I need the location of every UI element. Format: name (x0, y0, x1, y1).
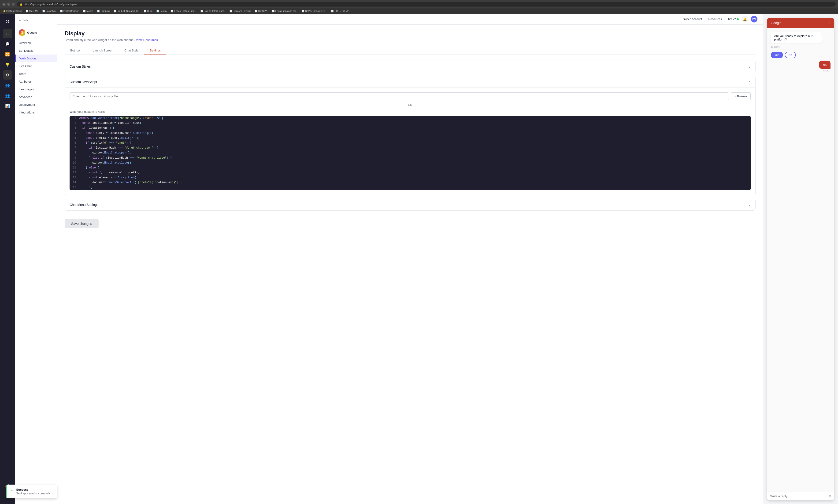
chat-menu-title: Chat Menu Settings (70, 203, 98, 206)
or-text: OR (408, 104, 412, 107)
custom-styles-section: Custom Styles ∨ (65, 60, 755, 72)
code-line-4: 4 const query = location.hash.substring(… (70, 131, 751, 136)
nav-bulb[interactable]: 💡 (3, 60, 12, 69)
bookmark-getting-started[interactable]: ⭐ Getting Started (2, 10, 23, 13)
sidebar-item-web-display[interactable]: Web Display (15, 55, 57, 62)
custom-styles-header[interactable]: Custom Styles ∨ (65, 61, 755, 72)
forward-button[interactable]: → (7, 3, 10, 6)
tab-settings[interactable]: Settings (144, 46, 166, 55)
page-body: Display Brand and style the web widget o… (57, 24, 763, 504)
custom-styles-title: Custom Styles (70, 65, 91, 68)
bookmark-portal[interactable]: 📄 Portal Revision (59, 10, 80, 13)
code-line-12: 12 const [, ...message] = prefix; (70, 170, 751, 175)
bot-timestamp: 12:23:21 (771, 46, 831, 49)
chat-menu-chevron: ∨ (748, 203, 751, 206)
tab-bot-icon[interactable]: Bot Icon (65, 46, 87, 55)
code-line-5: 5 const prefix = query.split("-"); (70, 136, 751, 141)
refresh-button[interactable]: ↻ (12, 3, 15, 6)
code-line-11: 11 } else { (70, 165, 751, 170)
switch-account-link[interactable]: Switch Account (683, 18, 702, 21)
browser-bar: ← → ↻ 🔒 https://app.engati.com/admin/con… (0, 0, 838, 8)
code-line-13: 13 const elements = Array.from( (70, 175, 751, 180)
code-line-9: 9 } else if (locationHash === "#engt-cha… (70, 156, 751, 161)
bookmark-engati-testing[interactable]: 📄 Engati Testing Cred... (170, 10, 198, 13)
nav-settings[interactable]: ⚙ (3, 70, 12, 79)
sidebar-item-languages[interactable]: Languages (15, 85, 57, 93)
view-resources-link[interactable]: View Resources (136, 38, 158, 42)
sidebar-item-deployment[interactable]: Deployment (15, 101, 57, 109)
bot-badge[interactable]: bot v2 (728, 18, 739, 21)
widget-title: Google (771, 21, 781, 25)
code-line-3: 3 if (locationHash) { (70, 126, 751, 130)
code-line-2: 2 const locationHash = location.hash; (70, 121, 751, 126)
chat-menu-section: Chat Menu Settings ∨ (65, 199, 755, 211)
reply-input[interactable] (770, 494, 829, 498)
save-changes-button[interactable]: Save changes (65, 219, 99, 228)
bookmark-build[interactable]: 📄 Build (143, 10, 153, 13)
bookmark-deploy[interactable]: 📄 Deploy (155, 10, 168, 13)
app-logo[interactable]: G (3, 17, 12, 26)
top-bar-right: Switch Account | Resources | bot v2 🔔 BV (683, 16, 757, 22)
back-button[interactable]: ← (2, 3, 6, 6)
js-url-input[interactable] (70, 92, 729, 100)
nav-analytics[interactable]: 📊 (3, 101, 12, 110)
option-yes[interactable]: Yes (771, 52, 783, 58)
widget-minimize-button[interactable]: − (825, 21, 827, 25)
tab-launch-screen[interactable]: Launch Screen (87, 46, 119, 55)
toast-content: Success Settings saved successfully (16, 488, 51, 495)
sidebar-item-advanced[interactable]: Advanced (15, 93, 57, 101)
bot-message-text: Are you ready to explore our platform? (774, 34, 813, 41)
js-url-row: + Browse (70, 92, 751, 100)
nav-users[interactable]: 👥 (3, 80, 12, 90)
sidebar-item-team[interactable]: Team (15, 70, 57, 78)
nav-team[interactable]: 👥 (3, 91, 12, 100)
bookmark-mobile[interactable]: 📄 Mobile (82, 10, 94, 13)
online-indicator (737, 18, 739, 20)
option-no[interactable]: No (785, 52, 796, 58)
code-editor[interactable]: 1 window.addEventListener("hashchange", … (70, 116, 751, 190)
user-avatar[interactable]: BV (751, 16, 757, 22)
bookmarks-bar: ⭐ Getting Started 📄 Meet Me 📄 Rocket Air… (0, 8, 838, 14)
bookmark-planning[interactable]: 📄 Planning (96, 10, 110, 13)
bookmark-rocket[interactable]: 📄 Rocket Air (41, 10, 57, 13)
custom-js-body: + Browse OR Write your custom js here: 1… (65, 88, 755, 195)
toast-title: Success (16, 488, 51, 491)
bookmark-meetme[interactable]: 📄 Meet Me (25, 10, 39, 13)
resources-link[interactable]: Resources (708, 18, 722, 21)
browse-button[interactable]: + Browse (731, 92, 751, 100)
code-line-14: 14 document.querySelectorAll(`[href="${l… (70, 180, 751, 185)
sidebar-item-bot-details[interactable]: Bot Details (15, 47, 57, 55)
back-to-bots[interactable]: ← Bots (19, 19, 28, 22)
user-message-bubble: Yes (819, 60, 831, 69)
bookmark-how-to[interactable]: 📄 How to detect inact... (199, 10, 226, 13)
custom-js-header[interactable]: Custom JavaScript ∧ (65, 76, 755, 88)
nav-chat[interactable]: 💬 (3, 39, 12, 49)
notification-button[interactable]: 🔔 (741, 16, 748, 22)
sidebar-item-live-chat[interactable]: Live Chat (15, 62, 57, 70)
widget-body: Are you ready to explore our platform? 1… (767, 28, 834, 491)
or-divider: OR (70, 104, 751, 107)
bookmark-product-streams[interactable]: 📄 Product_Streams_O... (113, 10, 141, 13)
widget-controls: − × (825, 21, 831, 25)
toast-notification: ✓ Success Settings saved successfully (6, 485, 57, 498)
chat-menu-header[interactable]: Chat Menu Settings ∨ (65, 199, 755, 210)
bookmark-bot-ui[interactable]: 📄 Bot UI V2 (254, 10, 269, 13)
code-line-6: 6 if (prefix[0] === "engt") { (70, 141, 751, 146)
sidebar-item-overview[interactable]: Overview (15, 39, 57, 47)
sidebar-item-attributes[interactable]: Attributes (15, 78, 57, 85)
send-icon: ≡ (829, 494, 831, 498)
code-line-7: 7 if (locationHash === "#engt-chat-open"… (70, 146, 751, 150)
sidebar-item-integrations[interactable]: Integrations (15, 109, 57, 116)
address-bar[interactable]: 🔒 https://app.engati.com/admin/configure… (17, 2, 836, 6)
code-line-1: 1 window.addEventListener("hashchange", … (70, 116, 751, 121)
tab-chat-style[interactable]: Chat Style (119, 46, 144, 55)
widget-close-button[interactable]: × (828, 21, 831, 25)
separator-2: | (725, 18, 725, 21)
bookmark-discover[interactable]: 📄 Discover - Elastic (228, 10, 252, 13)
bookmark-bot-v2[interactable]: 📄 Bot V2 - Google Sh... (301, 10, 328, 13)
nav-flows[interactable]: 🔀 (3, 50, 12, 59)
nav-home[interactable]: ⌂ (3, 29, 12, 38)
sidebar-header: ← Bots (15, 16, 57, 25)
bookmark-prd[interactable]: 📄 PRD - Bot V2 (330, 10, 349, 13)
bookmark-engati-apps[interactable]: 📄 Engati apps and ser... (271, 10, 299, 13)
